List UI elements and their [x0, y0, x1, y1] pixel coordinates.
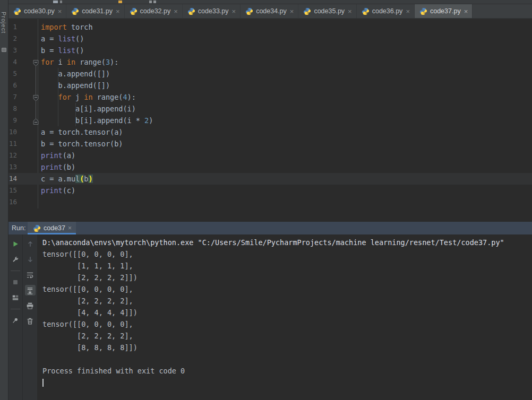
console-line: [1, 1, 1, 1], — [42, 260, 532, 272]
run-tab-label: code37 — [44, 224, 65, 232]
code-line-14: 14c = a.mul(b) — [8, 173, 532, 185]
console-line: [4, 4, 4, 4]]) — [42, 307, 532, 318]
pin-icon — [12, 317, 19, 324]
close-icon[interactable]: × — [68, 224, 72, 232]
close-icon[interactable]: × — [173, 8, 178, 15]
fold-marker-icon[interactable] — [33, 117, 39, 124]
fold-marker-icon[interactable] — [33, 93, 39, 101]
rerun-button[interactable] — [10, 239, 21, 249]
python-icon — [303, 7, 311, 15]
line-number: 11 — [9, 138, 17, 150]
scroll-to-end-icon — [26, 286, 34, 294]
tab-label: code31.py — [82, 7, 113, 15]
close-icon[interactable]: × — [347, 8, 353, 15]
up-the-stack-button[interactable] — [25, 239, 36, 249]
editor-tab-code30.py[interactable]: code30.py× — [8, 4, 66, 18]
editor-tab-code36.py[interactable]: code36.py× — [357, 4, 415, 18]
line-number: 8 — [9, 103, 17, 115]
code-line-12: 12print(a) — [8, 150, 532, 161]
python-icon — [187, 7, 195, 15]
editor-tab-code32.py[interactable]: code32.py× — [125, 4, 183, 18]
python-icon — [362, 7, 370, 15]
tab-label: code35.py — [314, 7, 345, 15]
python-icon — [13, 7, 21, 15]
editor-tab-code33.py[interactable]: code33.py× — [183, 4, 241, 18]
tab-label: code30.py — [24, 7, 55, 15]
tab-label: code32.py — [140, 7, 171, 15]
line-number: 5 — [9, 68, 17, 80]
project-tool-window-button[interactable]: Project — [1, 12, 7, 33]
run-toolbar — [8, 234, 22, 400]
line-number: 10 — [9, 126, 17, 138]
restore-layout-button[interactable] — [10, 292, 21, 303]
code-text: import torch — [41, 21, 93, 33]
code-text: print(a) — [41, 150, 75, 161]
print-button[interactable] — [25, 300, 36, 311]
python-icon — [130, 7, 138, 15]
line-number: 3 — [9, 45, 17, 56]
python-icon — [419, 7, 427, 15]
close-icon[interactable]: × — [405, 8, 410, 15]
close-icon[interactable]: × — [57, 8, 63, 15]
line-number: 4 — [9, 56, 17, 68]
fold-marker-icon[interactable] — [33, 58, 39, 66]
line-number: 1 — [9, 21, 17, 33]
toolbar-icon-remnant — [60, 1, 62, 3]
code-text: b = list() — [41, 45, 84, 56]
editor-tab-code31.py[interactable]: code31.py× — [66, 4, 124, 18]
close-icon[interactable]: × — [464, 8, 469, 15]
code-line-3: 3b = list() — [8, 45, 532, 56]
close-icon[interactable]: × — [231, 8, 237, 15]
editor-tab-code37.py[interactable]: code37.py× — [415, 4, 473, 18]
code-text: print(c) — [41, 185, 75, 196]
close-icon[interactable]: × — [115, 8, 121, 15]
console-line: tensor([[0, 0, 0, 0], — [42, 248, 532, 260]
toolbar-icon-remnant — [53, 1, 58, 3]
editor-tab-code35.py[interactable]: code35.py× — [298, 4, 356, 18]
code-text: c = a.mul(b) — [41, 173, 93, 185]
console-line: Process finished with exit code 0 — [42, 365, 532, 377]
console-line: [2, 2, 2, 2]]) — [42, 272, 532, 283]
code-text: a[i].append(i) — [41, 103, 136, 115]
line-number: 16 — [9, 196, 17, 208]
printer-icon — [26, 302, 34, 310]
tool-window-bar: Project — [0, 0, 8, 400]
layout-icon — [12, 294, 19, 301]
run-label: Run: — [8, 224, 28, 232]
code-text: b[i].append(i * 2) — [41, 115, 153, 126]
code-line-15: 15print(c) — [8, 185, 532, 196]
code-editor[interactable]: 1import torch2a = list()3b = list()4for … — [8, 19, 532, 222]
soft-wrap-button[interactable] — [25, 269, 36, 280]
code-text: a.append([]) — [41, 68, 110, 80]
trash-icon — [26, 317, 34, 325]
run-panel-body: D:\anaconda\envs\mytorch\python.exe "C:/… — [8, 234, 532, 400]
toolbar-icon-remnant — [153, 1, 156, 3]
editor-tab-code34.py[interactable]: code34.py× — [241, 4, 298, 18]
code-line-13: 13print(b) — [8, 161, 532, 173]
line-number: 9 — [9, 115, 17, 126]
python-icon — [71, 7, 79, 15]
pin-tab-button[interactable] — [10, 315, 21, 326]
code-text: a = torch.tensor(a) — [41, 126, 123, 138]
console-line: [8, 8, 8, 8]]) — [42, 342, 532, 353]
code-line-16: 16 — [8, 196, 532, 208]
console-line: [2, 2, 2, 2], — [42, 295, 532, 307]
python-icon — [33, 224, 41, 232]
edit-configuration-button[interactable] — [10, 254, 21, 265]
play-icon — [12, 240, 19, 248]
code-line-2: 2a = list() — [8, 33, 532, 45]
scroll-to-end-button[interactable] — [25, 285, 36, 295]
close-icon[interactable]: × — [289, 8, 295, 15]
python-icon — [245, 7, 253, 15]
down-the-stack-button[interactable] — [25, 254, 36, 265]
console-output[interactable]: D:\anaconda\envs\mytorch\python.exe "C:/… — [37, 234, 532, 400]
stop-button[interactable] — [10, 277, 21, 288]
code-line-4: 4for i in range(3): — [8, 56, 532, 68]
code-line-10: 10a = torch.tensor(a) — [8, 126, 532, 138]
code-line-1: 1import torch — [8, 21, 532, 33]
run-tab-code37[interactable]: code37 × — [28, 222, 76, 234]
console-command-line: D:\anaconda\envs\mytorch\python.exe "C:/… — [42, 237, 532, 248]
line-number: 12 — [9, 150, 17, 161]
code-line-9: 9 b[i].append(i * 2) — [8, 115, 532, 126]
clear-all-button[interactable] — [25, 316, 36, 326]
